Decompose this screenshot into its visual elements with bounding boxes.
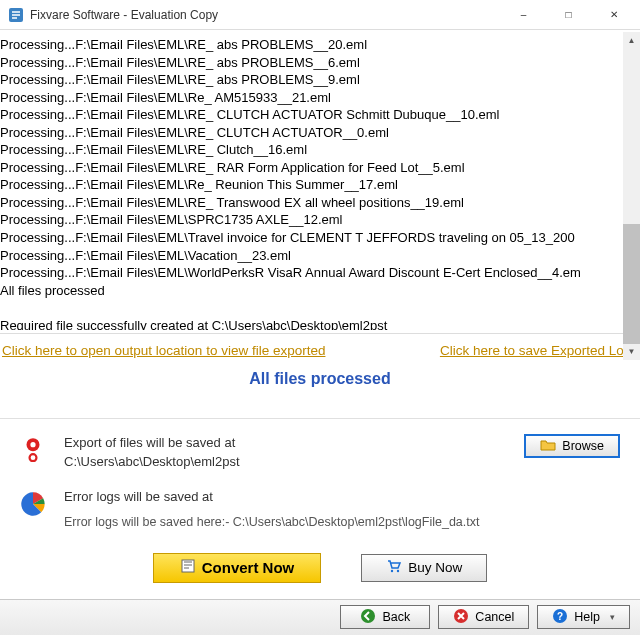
folder-icon xyxy=(540,437,556,456)
open-output-link[interactable]: Click here to open output location to vi… xyxy=(2,343,325,358)
back-label: Back xyxy=(382,610,410,624)
buy-now-button[interactable]: Buy Now xyxy=(361,554,487,582)
browse-button[interactable]: Browse xyxy=(524,434,620,458)
log-line xyxy=(0,299,640,317)
log-line: Processing...F:\Email Files\EML\SPRC1735… xyxy=(0,211,640,229)
log-line: Processing...F:\Email Files\EML\Travel i… xyxy=(0,229,640,247)
convert-now-button[interactable]: Convert Now xyxy=(153,553,322,583)
save-logs-link[interactable]: Click here to save Exported Logs xyxy=(440,343,638,358)
cancel-icon xyxy=(453,608,469,627)
chart-icon xyxy=(18,488,48,518)
titlebar: Fixvare Software - Evaluation Copy – □ ✕ xyxy=(0,0,640,30)
log-line: Processing...F:\Email Files\EML\RE_ abs … xyxy=(0,71,640,89)
log-path: Error logs will be saved here:- C:\Users… xyxy=(64,513,620,531)
log-line: Processing...F:\Email Files\EML\RE_ Clut… xyxy=(0,141,640,159)
svg-point-3 xyxy=(30,442,35,447)
status-text: All files processed xyxy=(0,364,640,418)
log-line: Processing...F:\Email Files\EML\Re_ Reun… xyxy=(0,176,640,194)
window-title: Fixvare Software - Evaluation Copy xyxy=(30,8,501,22)
location-pin-icon xyxy=(18,434,48,462)
log-label: Error logs will be saved at xyxy=(64,488,620,507)
cancel-button[interactable]: Cancel xyxy=(438,605,529,629)
links-row: Click here to open output location to vi… xyxy=(0,337,640,364)
log-line: Processing...F:\Email Files\EML\RE_ Tran… xyxy=(0,194,640,212)
svg-point-8 xyxy=(361,609,375,623)
help-button[interactable]: ? Help ▾ xyxy=(537,605,630,629)
svg-point-1 xyxy=(30,454,37,461)
cancel-label: Cancel xyxy=(475,610,514,624)
back-button[interactable]: Back xyxy=(340,605,430,629)
close-button[interactable]: ✕ xyxy=(591,1,636,29)
browse-label: Browse xyxy=(562,439,604,453)
back-icon xyxy=(360,608,376,627)
svg-point-7 xyxy=(397,570,399,572)
svg-point-6 xyxy=(391,570,393,572)
minimize-button[interactable]: – xyxy=(501,1,546,29)
convert-icon xyxy=(180,558,196,577)
export-path: C:\Users\abc\Desktop\eml2pst xyxy=(64,453,508,472)
log-line: Processing...F:\Email Files\EML\Re_ AM51… xyxy=(0,89,640,107)
log-line: Processing...F:\Email Files\EML\RE_ abs … xyxy=(0,36,640,54)
help-label: Help xyxy=(574,610,600,624)
error-log-panel: Error logs will be saved at Error logs w… xyxy=(0,482,640,541)
log-scrollbar[interactable]: ▲ ▼ xyxy=(623,32,640,360)
log-line: Processing...F:\Email Files\EML\RE_ CLUT… xyxy=(0,106,640,124)
export-label: Export of files will be saved at xyxy=(64,434,508,453)
action-row: Convert Now Buy Now xyxy=(0,541,640,599)
processing-log: Processing...F:\Email Files\EML\RE_ abs … xyxy=(0,30,640,330)
log-line: Processing...F:\Email Files\EML\RE_ RAR … xyxy=(0,159,640,177)
app-icon xyxy=(8,7,24,23)
log-line: Processing...F:\Email Files\EML\WorldPer… xyxy=(0,264,640,282)
help-icon: ? xyxy=(552,608,568,627)
cart-icon xyxy=(386,558,402,577)
scroll-thumb[interactable] xyxy=(623,224,640,344)
scroll-up-icon[interactable]: ▲ xyxy=(623,32,640,49)
log-line: Required file successfully created at C:… xyxy=(0,317,640,330)
scroll-down-icon[interactable]: ▼ xyxy=(623,344,640,361)
svg-text:?: ? xyxy=(557,611,563,622)
help-dropdown-icon: ▾ xyxy=(610,612,615,622)
footer-bar: Back Cancel ? Help ▾ xyxy=(0,599,640,635)
app-window: Fixvare Software - Evaluation Copy – □ ✕… xyxy=(0,0,640,640)
log-line: Processing...F:\Email Files\EML\Vacation… xyxy=(0,247,640,265)
log-line: Processing...F:\Email Files\EML\RE_ abs … xyxy=(0,54,640,72)
log-line: Processing...F:\Email Files\EML\RE_ CLUT… xyxy=(0,124,640,142)
maximize-button[interactable]: □ xyxy=(546,1,591,29)
convert-label: Convert Now xyxy=(202,559,295,576)
buy-label: Buy Now xyxy=(408,560,462,575)
export-location-panel: Export of files will be saved at C:\User… xyxy=(0,420,640,482)
log-line: All files processed xyxy=(0,282,640,300)
